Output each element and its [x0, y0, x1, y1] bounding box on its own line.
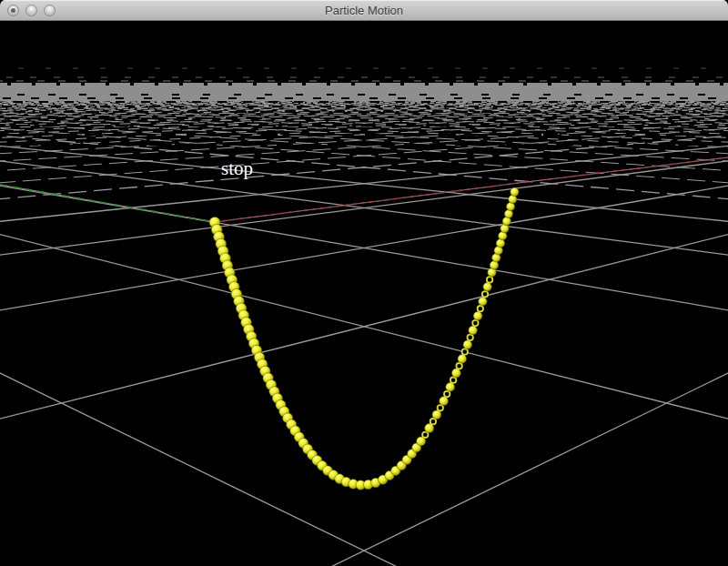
particle-trail — [209, 187, 519, 490]
app-window: Particle Motion stop — [0, 0, 728, 566]
window-controls — [7, 0, 56, 20]
ground-grid — [0, 68, 728, 566]
scene-viewport[interactable]: stop — [0, 21, 728, 566]
close-button-dot — [11, 8, 15, 13]
title-bar[interactable]: Particle Motion — [0, 0, 728, 21]
zoom-button[interactable] — [44, 5, 56, 16]
minimize-button[interactable] — [25, 5, 37, 16]
horizon-band — [0, 82, 728, 145]
close-button[interactable] — [7, 5, 19, 16]
particle-scene-canvas[interactable]: stop — [0, 21, 728, 566]
window-title: Particle Motion — [325, 4, 403, 17]
stop-label: stop — [221, 157, 253, 179]
